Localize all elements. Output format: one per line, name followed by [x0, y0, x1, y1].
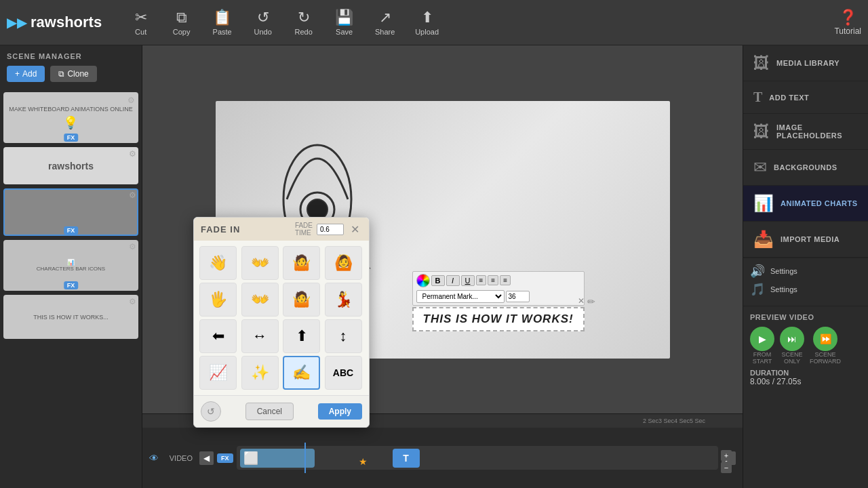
text-content-wrapper: ✏ ✕ THIS IS HOW IT WORKS! [412, 307, 585, 331]
animation-icon: 📈 [209, 364, 227, 382]
list-item[interactable]: 💃 [325, 283, 362, 317]
list-item[interactable]: rawshorts ⚙ [3, 147, 138, 184]
bold-button[interactable]: B [431, 275, 445, 286]
fade-in-modal: FADE IN FADETIME ✕ 👋 👐 🤷 🙆 🖐 👐 🤷 💃 ⬅ ↔ ⬆… [193, 217, 370, 428]
sidebar-item-animated-charts[interactable]: 📊 ANIMATED CHARTS [743, 186, 868, 222]
reset-button[interactable]: ↺ [201, 401, 221, 422]
sidebar-item-add-text[interactable]: T ADD TEXT [743, 81, 868, 114]
tutorial-button[interactable]: ❓ Tutorial [834, 9, 861, 36]
animation-icon: 👐 [251, 254, 269, 272]
scene-thumb-2[interactable]: rawshorts ⚙ [3, 147, 138, 184]
logo-icon: ▶▶ [7, 14, 27, 30]
upload-button[interactable]: ⬆ Upload [407, 5, 447, 39]
share-button[interactable]: ↗ Share [366, 5, 403, 39]
list-item[interactable]: MAKE WHITEBOARD ANIMATIONS ONLINE 💡 ⚙ FX [3, 92, 138, 143]
fade-time-input[interactable] [317, 224, 344, 235]
modal-header: FADE IN FADETIME ✕ [194, 218, 369, 241]
modal-close-button[interactable]: ✕ [348, 223, 362, 236]
list-item[interactable]: ✨ [241, 356, 279, 390]
align-left-button[interactable]: ≡ [476, 275, 487, 285]
list-item[interactable]: 🙆 [325, 246, 362, 280]
underline-button[interactable]: U [461, 275, 475, 286]
color-picker-button[interactable] [416, 274, 430, 287]
redo-icon: ↻ [298, 9, 310, 26]
text-content-box[interactable]: THIS IS HOW IT WORKS! [412, 307, 585, 331]
track-block-text[interactable]: T [393, 449, 420, 468]
list-item[interactable]: ✍ [283, 356, 320, 390]
animation-icon: 🤷 [292, 291, 311, 308]
list-item[interactable]: 🤷 [283, 283, 320, 317]
sidebar-item-image-placeholders[interactable]: 🖼 IMAGE PLACEHOLDERS [743, 114, 868, 150]
list-item[interactable]: ABC [325, 356, 362, 390]
clone-icon: ⧉ [58, 69, 64, 79]
list-item[interactable]: ⚙ FX [3, 188, 138, 236]
list-item[interactable]: 🖐 [199, 283, 237, 317]
list-item[interactable]: 👐 [241, 246, 279, 280]
ruler-mark: 5 Sec [690, 418, 705, 424]
cancel-button[interactable]: Cancel [245, 403, 294, 420]
copy-button[interactable]: ⧉ Copy [163, 5, 200, 39]
track-prev-button[interactable]: ◀ [199, 451, 214, 465]
apply-button[interactable]: Apply [318, 403, 362, 420]
logo: ▶▶ rawshorts [7, 14, 102, 31]
list-item[interactable]: ↔ [241, 319, 279, 353]
right-sidebar: 🖼 MEDIA LIBRARY T ADD TEXT 🖼 IMAGE PLACE… [743, 45, 868, 488]
save-button[interactable]: 💾 Save [326, 5, 363, 39]
cut-icon: ✂ [135, 9, 147, 26]
font-size-input[interactable] [506, 291, 530, 302]
scene-forward-group: ⏩ SCENE FORWARD [810, 327, 841, 365]
track-content[interactable]: ⬜ T ★ [237, 446, 718, 470]
animation-icon: 🤷 [292, 254, 311, 272]
duration-value: 8.00s / 27.05s [750, 377, 861, 386]
undo-button[interactable]: ↺ Undo [244, 5, 281, 39]
align-right-button[interactable]: ≡ [500, 275, 511, 285]
play-scene-only-button[interactable]: ⏭ [780, 327, 804, 351]
list-item[interactable]: 👋 [199, 246, 237, 280]
list-item[interactable]: THIS IS HOW IT WORKS... ⚙ [3, 295, 138, 339]
zoom-controls: + − [720, 449, 732, 474]
italic-button[interactable]: I [446, 275, 460, 286]
list-item[interactable]: 🤷 [283, 246, 320, 280]
text-overlay-wrapper: B I U ≡ ≡ ≡ Permanent Mark... [412, 271, 585, 331]
close-text-button[interactable]: ✕ [578, 296, 585, 306]
text-edit-toolbar: B I U ≡ ≡ ≡ Permanent Mark... [412, 271, 585, 306]
align-center-button[interactable]: ≡ [488, 275, 498, 285]
track-block-video[interactable]: ⬜ [240, 449, 315, 468]
svg-point-2 [307, 199, 328, 220]
sidebar-item-media-library[interactable]: 🖼 MEDIA LIBRARY [743, 45, 868, 81]
toolbar: ▶▶ rawshorts ✂ Cut ⧉ Copy 📋 Paste ↺ Undo… [0, 0, 868, 45]
edit-pencil-icon: ✏ [587, 296, 595, 307]
save-icon: 💾 [335, 9, 353, 26]
zoom-in-button[interactable]: + [721, 450, 732, 461]
add-scene-button[interactable]: + Add [7, 66, 45, 82]
ruler-mark: 4 Sec [674, 418, 690, 424]
redo-button[interactable]: ↻ Redo [285, 5, 322, 39]
list-item[interactable]: 📊 CHARACTERS BAR ICONS ⚙ FX [3, 240, 138, 291]
zoom-out-button[interactable]: − [721, 462, 732, 473]
main-area: SCENE MANAGER + Add ⧉ Clone MAKE WHITEBO… [0, 45, 868, 488]
font-selector[interactable]: Permanent Mark... [416, 290, 505, 303]
cut-button[interactable]: ✂ Cut [122, 5, 159, 39]
sidebar-item-backgrounds[interactable]: ✉ BACKGROUNDS [743, 150, 868, 186]
fx-badge: FX [64, 134, 79, 142]
list-item[interactable]: ⬆ [283, 319, 320, 353]
audio-row-2: 🎵 Settings [750, 282, 861, 297]
list-item[interactable]: 👐 [241, 283, 279, 317]
eye-button[interactable]: 👁 [149, 453, 159, 464]
media-library-icon: 🖼 [753, 54, 770, 73]
paste-button[interactable]: 📋 Paste [203, 5, 241, 39]
undo-icon: ↺ [257, 9, 269, 26]
sidebar-item-import-media[interactable]: 📥 IMPORT MEDIA [743, 222, 868, 258]
list-item[interactable]: 📈 [199, 356, 237, 390]
settings-icon: ⚙ [127, 96, 135, 105]
play-from-start-button[interactable]: ▶ [750, 327, 774, 351]
video-label: VIDEO [162, 454, 196, 462]
list-item[interactable]: ⬅ [199, 319, 237, 353]
scene-thumb-5[interactable]: THIS IS HOW IT WORKS... ⚙ [3, 295, 138, 339]
clone-scene-button[interactable]: ⧉ Clone [50, 66, 96, 82]
list-item[interactable]: ↕ [325, 319, 362, 353]
preview-section: PREVIEW VIDEO ▶ FROM START ⏭ SCENE ONLY … [743, 306, 868, 393]
fx-badge: FX [64, 226, 79, 235]
animation-icon: 💃 [334, 291, 353, 308]
play-scene-forward-button[interactable]: ⏩ [813, 327, 837, 351]
